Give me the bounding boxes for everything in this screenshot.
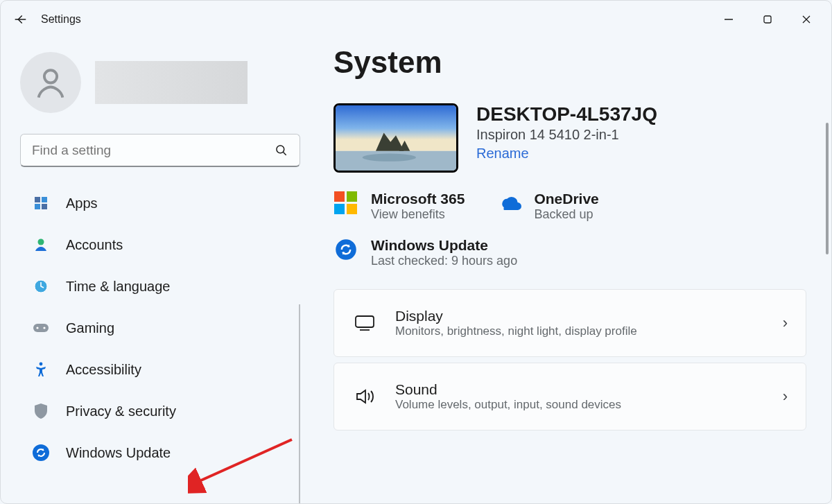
card-sound[interactable]: Sound Volume levels, output, input, soun…	[333, 363, 806, 431]
card-sub: Volume levels, output, input, sound devi…	[395, 398, 765, 412]
card-display[interactable]: Display Monitors, brightness, night ligh…	[333, 289, 806, 357]
back-button[interactable]	[6, 6, 34, 33]
service-title: Windows Update	[371, 237, 517, 254]
close-icon	[801, 15, 811, 24]
svg-point-4	[44, 70, 57, 82]
onedrive-icon	[496, 191, 521, 216]
nav-item-privacy-security[interactable]: Privacy & security	[20, 394, 300, 428]
nav-item-time-language[interactable]: Time & language	[20, 270, 300, 303]
nav-item-gaming[interactable]: Gaming	[20, 311, 300, 345]
card-title: Sound	[395, 381, 765, 398]
search-box[interactable]	[20, 134, 300, 167]
svg-rect-9	[35, 204, 40, 209]
microsoft-logo-icon	[333, 191, 358, 216]
svg-point-17	[40, 363, 43, 366]
nav-label: Apps	[66, 195, 98, 211]
svg-point-11	[38, 239, 44, 245]
svg-rect-25	[347, 204, 357, 214]
svg-line-6	[284, 152, 286, 155]
sound-icon	[352, 384, 377, 409]
arrow-left-icon	[12, 12, 28, 27]
search-icon	[275, 144, 288, 157]
nav-label: Gaming	[66, 320, 114, 336]
maximize-icon	[763, 15, 772, 24]
svg-rect-23	[347, 191, 357, 202]
nav-label: Accessibility	[66, 362, 141, 378]
svg-point-26	[336, 239, 356, 260]
chevron-right-icon: ›	[783, 314, 788, 332]
nav-item-windows-update[interactable]: Windows Update	[20, 436, 300, 469]
settings-card-list: Display Monitors, brightness, night ligh…	[333, 289, 806, 431]
service-title: OneDrive	[534, 191, 598, 207]
service-sub: Backed up	[534, 207, 598, 222]
device-row: DESKTOP-4L537JQ Inspiron 14 5410 2-in-1 …	[333, 103, 806, 173]
service-title: Microsoft 365	[371, 191, 465, 207]
nav-item-accessibility[interactable]: Accessibility	[20, 353, 300, 386]
nav-label: Windows Update	[66, 445, 171, 461]
minimize-icon	[724, 15, 734, 24]
privacy-security-icon	[31, 401, 51, 421]
service-windows-update[interactable]: Windows Update Last checked: 9 hours ago	[333, 237, 806, 268]
accessibility-icon	[31, 360, 51, 379]
app-title: Settings	[41, 13, 81, 26]
gaming-icon	[31, 318, 51, 338]
svg-rect-7	[35, 197, 40, 202]
person-icon	[33, 64, 69, 101]
accounts-icon	[31, 235, 51, 254]
device-info: DESKTOP-4L537JQ Inspiron 14 5410 2-in-1 …	[476, 103, 657, 162]
svg-rect-27	[356, 316, 374, 327]
service-sub: Last checked: 9 hours ago	[371, 254, 517, 268]
rename-link[interactable]: Rename	[476, 146, 529, 162]
window-controls	[709, 6, 826, 33]
apps-icon	[31, 193, 51, 213]
main-panel: System DESKTOP-4L537JQ Inspiron 14 5410 …	[320, 38, 831, 503]
card-sub: Monitors, brightness, night light, displ…	[395, 324, 765, 338]
user-account-row[interactable]	[20, 52, 300, 113]
svg-point-21	[363, 154, 416, 162]
windows-update-icon	[31, 443, 51, 462]
avatar	[20, 52, 81, 113]
nav-list: Apps Accounts Time & language Gaming	[20, 186, 300, 469]
update-icon	[333, 237, 358, 262]
scroll-divider	[299, 304, 300, 504]
nav-label: Accounts	[66, 237, 123, 253]
svg-rect-8	[42, 197, 47, 202]
sidebar: Apps Accounts Time & language Gaming	[1, 38, 320, 503]
device-name: DESKTOP-4L537JQ	[476, 103, 657, 125]
service-row: Microsoft 365 View benefits OneDrive Bac…	[333, 191, 806, 222]
search-input[interactable]	[32, 143, 275, 158]
device-thumbnail[interactable]	[333, 103, 458, 173]
svg-rect-24	[334, 204, 345, 214]
nav-item-apps[interactable]: Apps	[20, 186, 300, 220]
device-model: Inspiron 14 5410 2-in-1	[476, 127, 657, 143]
service-onedrive[interactable]: OneDrive Backed up	[496, 191, 598, 222]
close-button[interactable]	[787, 6, 826, 33]
svg-point-15	[36, 327, 38, 329]
service-microsoft-365[interactable]: Microsoft 365 View benefits	[333, 191, 465, 222]
svg-point-18	[33, 444, 49, 461]
svg-point-5	[277, 145, 284, 153]
scrollbar-thumb[interactable]	[826, 123, 829, 254]
display-icon	[352, 311, 377, 336]
svg-rect-22	[334, 191, 345, 202]
nav-label: Privacy & security	[66, 403, 176, 419]
card-title: Display	[395, 308, 765, 324]
svg-rect-1	[764, 16, 771, 23]
service-sub: View benefits	[371, 207, 465, 222]
user-name-placeholder	[95, 61, 248, 104]
page-heading: System	[333, 45, 806, 80]
svg-rect-14	[33, 324, 49, 332]
time-language-icon	[31, 277, 51, 296]
minimize-button[interactable]	[709, 6, 748, 33]
nav-label: Time & language	[66, 279, 170, 295]
nav-item-accounts[interactable]: Accounts	[20, 228, 300, 261]
title-bar: Settings	[1, 1, 831, 38]
chevron-right-icon: ›	[783, 388, 788, 406]
svg-rect-10	[42, 204, 47, 209]
maximize-button[interactable]	[748, 6, 787, 33]
svg-point-16	[43, 327, 45, 329]
